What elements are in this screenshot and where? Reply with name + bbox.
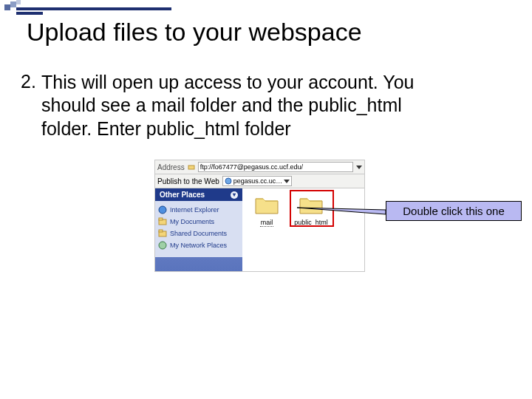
folder-icon	[299, 194, 324, 215]
network-icon	[158, 241, 167, 250]
step-text: This will open up access to your account…	[41, 71, 455, 140]
chevron-down-icon[interactable]	[356, 166, 362, 169]
svg-rect-6	[159, 230, 163, 232]
sidebar-item-label: Shared Documents	[170, 230, 227, 237]
slide-title: Upload files to your webspace	[27, 18, 362, 47]
svg-rect-0	[188, 166, 194, 169]
folder-label: mail	[260, 219, 274, 227]
toolbar-dropdown-label: pegasus.cc.uc…	[233, 177, 283, 185]
callout-box: Double click this one	[386, 201, 522, 221]
folder-public-html[interactable]: public_html	[293, 194, 330, 227]
svg-rect-4	[159, 218, 163, 220]
sidebar-item-label: Internet Explorer	[170, 206, 219, 214]
folder-mail[interactable]: mail	[248, 194, 285, 227]
ie-icon	[158, 205, 167, 214]
svg-point-7	[159, 242, 166, 249]
folder-label: public_html	[293, 219, 329, 227]
sidebar-item-my-documents[interactable]: My Documents	[158, 216, 239, 228]
address-bar: Address ftp://fo67477@pegasus.cc.ucf.edu…	[154, 160, 365, 174]
callout-text: Double click this one	[403, 205, 505, 217]
sidebar-body: Internet Explorer My Documents Shared Do…	[155, 201, 242, 257]
svg-point-1	[225, 178, 231, 184]
chevron-down-icon	[284, 180, 290, 183]
collapse-icon[interactable]: ▾	[231, 191, 238, 199]
slide-accent	[0, 0, 532, 12]
folder-icon	[158, 229, 167, 238]
explorer-window: Address ftp://fo67477@pegasus.cc.ucf.edu…	[154, 160, 365, 272]
toolbar-label: Publish to the Web	[157, 177, 219, 185]
sidebar-header-label: Other Places	[160, 191, 205, 199]
sidebar-item-my-network-places[interactable]: My Network Places	[158, 239, 239, 251]
step-number: 2.	[21, 71, 36, 92]
explorer-toolbar: Publish to the Web pegasus.cc.uc…	[154, 174, 365, 188]
sidebar-item-internet-explorer[interactable]: Internet Explorer	[158, 204, 239, 216]
address-field[interactable]: ftp://fo67477@pegasus.cc.ucf.edu/	[198, 162, 353, 172]
explorer-content: mail public_html	[242, 188, 364, 271]
explorer-sidebar: Other Places ▾ Internet Explorer My Docu…	[155, 188, 242, 271]
sidebar-header[interactable]: Other Places ▾	[155, 188, 242, 201]
sidebar-item-label: My Documents	[170, 218, 214, 225]
ftp-icon	[188, 163, 195, 171]
svg-point-2	[159, 206, 166, 214]
folder-icon	[254, 194, 279, 215]
address-label: Address	[157, 163, 185, 171]
folder-icon	[158, 217, 167, 226]
toolbar-dropdown[interactable]: pegasus.cc.uc…	[222, 176, 293, 186]
sidebar-item-shared-documents[interactable]: Shared Documents	[158, 228, 239, 239]
sidebar-item-label: My Network Places	[170, 242, 227, 249]
globe-icon	[225, 177, 232, 185]
